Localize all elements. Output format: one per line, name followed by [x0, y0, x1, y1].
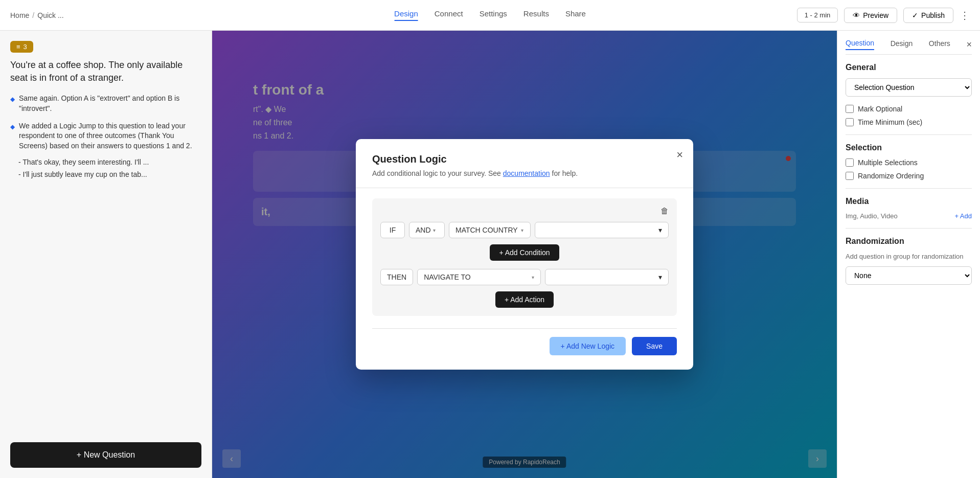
top-nav: Home / Quick ... Design Connect Settings… — [0, 0, 980, 31]
logic-block: 🗑 IF AND ▾ MATCH COUNTRY ▾ — [372, 198, 677, 316]
breadcrumb-home[interactable]: Home — [10, 11, 29, 19]
eye-icon: 👁 — [853, 11, 860, 19]
note-item-1: ◆ Same again. Option A is "extrovert" an… — [10, 94, 201, 113]
breadcrumb-current[interactable]: Quick ... — [37, 11, 63, 19]
center-area: t front of a rt". ◆ We ne of three ns 1 … — [212, 31, 837, 478]
tab-design-rp[interactable]: Design — [891, 39, 913, 50]
navigate-to-dropdown[interactable]: NAVIGATE TO ▾ — [417, 269, 541, 285]
condition-value-dropdown[interactable]: ▾ — [535, 222, 669, 238]
mark-optional-row: Mark Optional — [846, 105, 972, 113]
list-item-1: - That's okay, they seem interesting. I'… — [10, 158, 201, 166]
time-minimum-checkbox[interactable] — [846, 118, 854, 126]
mark-optional-checkbox[interactable] — [846, 105, 854, 113]
chevron-down-icon: ▾ — [433, 227, 436, 233]
right-panel: Question Design Others × General Selecti… — [837, 31, 980, 478]
randomization-section-title: Randomization — [846, 237, 972, 246]
add-condition-button[interactable]: + Add Condition — [490, 244, 559, 261]
randomize-ordering-checkbox[interactable] — [846, 172, 854, 180]
close-panel-button[interactable]: × — [966, 39, 972, 50]
tab-share[interactable]: Share — [565, 9, 586, 21]
modal-title: Question Logic — [372, 153, 677, 165]
multiple-selections-checkbox[interactable] — [846, 158, 854, 167]
multiple-selections-row: Multiple Selections — [846, 158, 972, 167]
more-options-button[interactable]: ⋮ — [960, 9, 970, 21]
question-badge: ≡ 3 — [10, 41, 33, 53]
multiple-selections-label: Multiple Selections — [858, 158, 918, 167]
randomize-ordering-label: Randomize Ordering — [858, 172, 924, 180]
note-item-2: ◆ We added a Logic Jump to this question… — [10, 121, 201, 151]
action-row: THEN NAVIGATE TO ▾ ▾ — [380, 269, 669, 285]
publish-button[interactable]: ✓ Publish — [903, 8, 953, 23]
divider-2 — [846, 188, 972, 189]
add-action-button[interactable]: + Add Action — [495, 291, 554, 308]
modal-divider — [356, 188, 693, 188]
media-subtitle: Img, Audio, Video — [846, 212, 898, 220]
save-button[interactable]: Save — [632, 337, 677, 355]
diamond-icon-2: ◆ — [10, 123, 15, 131]
and-dropdown[interactable]: AND ▾ — [409, 222, 445, 238]
tab-settings[interactable]: Settings — [480, 9, 507, 21]
divider-1 — [846, 134, 972, 135]
media-row: Img, Audio, Video + Add — [846, 212, 972, 220]
list-icon: ≡ — [16, 43, 20, 51]
chevron-down-icon-5: ▾ — [658, 273, 662, 281]
breadcrumb-separator: / — [32, 11, 34, 19]
question-text: You're at a coffee shop. The only availa… — [10, 59, 201, 84]
diamond-icon-1: ◆ — [10, 95, 15, 104]
mark-optional-label: Mark Optional — [858, 105, 902, 113]
add-media-button[interactable]: + Add — [954, 212, 972, 220]
tab-design[interactable]: Design — [394, 9, 418, 21]
nav-tabs: Design Connect Settings Results Share — [394, 9, 586, 21]
main-layout: ≡ 3 You're at a coffee shop. The only av… — [0, 31, 980, 478]
preview-button[interactable]: 👁 Preview — [844, 8, 897, 23]
new-question-button[interactable]: + New Question — [10, 442, 201, 468]
tab-connect[interactable]: Connect — [435, 9, 463, 21]
general-section-title: General — [846, 63, 972, 72]
randomize-ordering-row: Randomize Ordering — [846, 172, 972, 180]
question-type-select[interactable]: Selection Question — [846, 78, 972, 97]
modal-close-button[interactable]: × — [676, 148, 683, 162]
time-badge: 1 - 2 min — [797, 8, 838, 22]
modal-description: Add conditional logic to your survey. Se… — [372, 169, 677, 177]
tab-others[interactable]: Others — [929, 39, 950, 50]
tab-results[interactable]: Results — [523, 9, 549, 21]
time-minimum-row: Time Minimum (sec) — [846, 118, 972, 126]
delete-logic-button[interactable]: 🗑 — [660, 207, 669, 216]
if-label: IF — [380, 222, 405, 238]
selection-section-title: Selection — [846, 143, 972, 152]
media-section-title: Media — [846, 197, 972, 206]
chevron-down-icon-3: ▾ — [658, 226, 662, 234]
condition-row: IF AND ▾ MATCH COUNTRY ▾ ▾ — [380, 222, 669, 238]
randomization-description: Add question in group for randomization — [846, 252, 972, 261]
checkmark-icon: ✓ — [912, 11, 918, 19]
modal-footer: + Add New Logic Save — [372, 328, 677, 355]
randomization-select[interactable]: None — [846, 266, 972, 285]
nav-right: 1 - 2 min 👁 Preview ✓ Publish ⋮ — [797, 8, 970, 23]
match-country-dropdown[interactable]: MATCH COUNTRY ▾ — [449, 222, 531, 238]
left-panel: ≡ 3 You're at a coffee shop. The only av… — [0, 31, 212, 478]
modal-overlay: Question Logic Add conditional logic to … — [212, 31, 837, 478]
chevron-down-icon-2: ▾ — [521, 227, 523, 233]
add-new-logic-button[interactable]: + Add New Logic — [550, 337, 626, 355]
tab-question[interactable]: Question — [846, 39, 874, 50]
action-value-dropdown[interactable]: ▾ — [545, 269, 669, 285]
documentation-link[interactable]: documentation — [503, 169, 550, 177]
time-minimum-label: Time Minimum (sec) — [858, 118, 922, 126]
divider-3 — [846, 228, 972, 229]
breadcrumb: Home / Quick ... — [10, 11, 64, 19]
then-label: THEN — [380, 269, 413, 285]
logic-block-header: 🗑 — [380, 207, 669, 216]
chevron-down-icon-4: ▾ — [532, 275, 534, 280]
right-panel-tabs: Question Design Others × — [846, 39, 972, 55]
list-item-2: - I'll just subtly leave my cup on the t… — [10, 170, 201, 178]
question-logic-modal: Question Logic Add conditional logic to … — [356, 139, 693, 370]
